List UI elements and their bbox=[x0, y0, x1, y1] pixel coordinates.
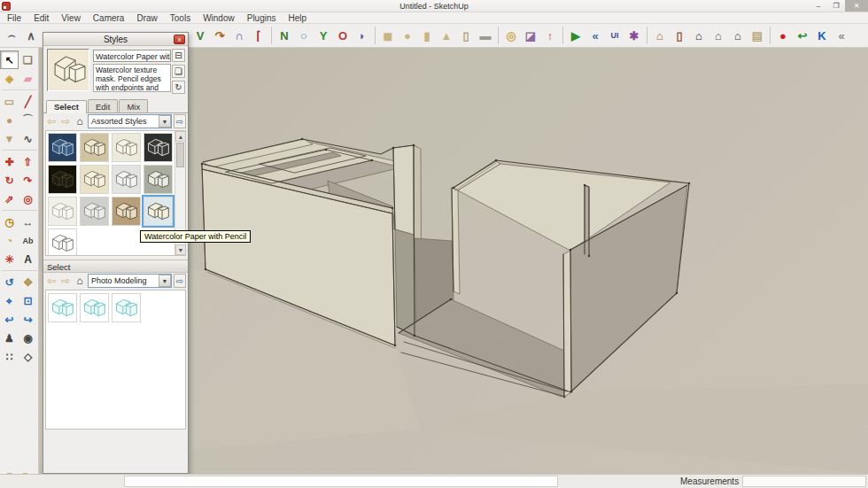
solid-sphere-icon[interactable]: ● bbox=[398, 26, 417, 45]
secondary-collections-dropdown[interactable]: Photo Modeling ▼ bbox=[88, 274, 172, 288]
style-dark-night-thumbnail[interactable] bbox=[48, 165, 77, 194]
photo-modeling-1-thumbnail[interactable] bbox=[48, 293, 77, 322]
style-brown-paper-thumbnail[interactable] bbox=[112, 197, 141, 226]
menu-draw[interactable]: Draw bbox=[136, 13, 157, 23]
photo-modeling-3-thumbnail[interactable] bbox=[112, 293, 141, 322]
zoom-tool[interactable]: ⌖ bbox=[0, 291, 19, 310]
ui-dialog-icon[interactable]: UI bbox=[605, 26, 624, 45]
tape-measure-tool[interactable]: ◷ bbox=[0, 213, 19, 231]
wrench-icon[interactable]: Y bbox=[314, 26, 333, 45]
style-soft-gray-thumbnail[interactable] bbox=[80, 197, 109, 226]
3d-text-tool[interactable]: A bbox=[19, 250, 37, 268]
walk-tool[interactable]: ∷ bbox=[0, 347, 19, 366]
look-around-tool[interactable]: ◉ bbox=[19, 329, 37, 347]
styles-panel-titlebar[interactable]: Styles x bbox=[43, 33, 188, 46]
solid-slab-icon[interactable]: ▬ bbox=[476, 26, 495, 45]
style-description-input[interactable]: Watercolor texture mask. Pencil edges wi… bbox=[93, 64, 171, 92]
style-chalk-on-black-thumbnail[interactable] bbox=[143, 133, 173, 162]
secondary-back-arrow-icon[interactable]: ⇦ bbox=[45, 275, 58, 287]
make-component-tool[interactable]: ❏ bbox=[19, 50, 37, 69]
update-style-button[interactable]: ↻ bbox=[172, 81, 185, 94]
position-camera-tool[interactable]: ♟ bbox=[0, 329, 19, 347]
scale-tool[interactable]: ⇗ bbox=[0, 190, 19, 208]
collections-dropdown[interactable]: Assorted Styles ▼ bbox=[88, 114, 172, 128]
scroll-down-icon[interactable]: ▼ bbox=[175, 244, 186, 255]
dimension-tool[interactable]: ↔ bbox=[19, 213, 37, 231]
polygon-tool[interactable]: ▼ bbox=[0, 129, 19, 148]
follow-me-tool[interactable]: ↷ bbox=[19, 171, 37, 190]
solid-torus-icon[interactable]: ◎ bbox=[501, 26, 521, 45]
protractor-tool[interactable]: ◔ bbox=[0, 231, 19, 250]
component-house-box-icon[interactable]: ⌂ bbox=[709, 26, 728, 45]
bezier-peak-icon[interactable]: ∧ bbox=[21, 26, 41, 45]
style-pale-cream-thumbnail[interactable] bbox=[112, 133, 141, 162]
freehand-tool[interactable]: ∿ bbox=[19, 129, 37, 148]
line-tool[interactable]: ╱ bbox=[19, 92, 37, 111]
measurements-input[interactable] bbox=[742, 476, 866, 487]
chevrons-icon[interactable]: « bbox=[832, 26, 851, 45]
zoom-window-tool[interactable]: ⊡ bbox=[19, 291, 37, 310]
component-house-solid-icon[interactable]: ⌂ bbox=[689, 26, 709, 45]
tab-select[interactable]: Select bbox=[46, 100, 87, 113]
scrollbar-thumb[interactable] bbox=[176, 143, 184, 167]
style-gray-green-thumbnail[interactable] bbox=[143, 165, 173, 194]
secondary-home-icon[interactable]: ⌂ bbox=[74, 275, 86, 287]
details-arrow-button[interactable]: ⇨ bbox=[174, 114, 186, 128]
component-slab-icon[interactable]: ▤ bbox=[748, 26, 767, 45]
turn-arrow-icon[interactable]: ↩ bbox=[793, 26, 812, 45]
style-name-input[interactable]: Watercolor Paper with Pencil bbox=[93, 50, 171, 62]
bezier-corner-icon[interactable]: ⌈ bbox=[249, 26, 268, 45]
previous-tool[interactable]: ↩ bbox=[0, 310, 19, 329]
secondary-dropdown-arrow-icon[interactable]: ▼ bbox=[159, 275, 171, 287]
back-arrow-icon[interactable]: ⇦ bbox=[45, 115, 58, 128]
section-plane-tool[interactable]: ◇ bbox=[19, 347, 37, 366]
move-tool[interactable]: ✚ bbox=[0, 152, 19, 171]
create-new-style-button[interactable]: ❏ bbox=[172, 65, 185, 78]
keyframe-icon[interactable]: K bbox=[812, 26, 832, 45]
style-watercolor-tan-thumbnail[interactable] bbox=[80, 133, 109, 162]
solid-cylinder-icon[interactable]: ▮ bbox=[417, 26, 437, 45]
text-tool[interactable]: Ab bbox=[19, 231, 37, 250]
home-icon[interactable]: ⌂ bbox=[74, 115, 86, 128]
solid-cone-icon[interactable]: ▲ bbox=[437, 26, 456, 45]
menu-tools[interactable]: Tools bbox=[170, 13, 190, 23]
style-watercolor-paper-pencil-thumbnail[interactable] bbox=[143, 197, 173, 226]
paint-bucket-tool[interactable]: ◈ bbox=[0, 69, 19, 88]
title-bar[interactable]: Untitled - SketchUp – ❐ ✕ bbox=[0, 0, 868, 12]
plugin-palette-icon[interactable]: ✱ bbox=[624, 26, 644, 45]
bezier-vee-icon[interactable]: V bbox=[190, 26, 210, 45]
pan-tool[interactable]: ✥ bbox=[19, 273, 37, 291]
eraser-tool[interactable]: ▰ bbox=[19, 69, 37, 88]
bezier-arch-icon[interactable]: ∩ bbox=[229, 26, 249, 45]
tab-mix[interactable]: Mix bbox=[119, 99, 148, 112]
style-pencil-gray-thumbnail[interactable] bbox=[112, 165, 141, 194]
half-ellipse-icon[interactable]: ◗ bbox=[353, 26, 372, 45]
menu-plugins[interactable]: Plugins bbox=[247, 13, 276, 23]
push-pull-tool[interactable]: ⇧ bbox=[19, 152, 37, 171]
bezier-curve-icon[interactable]: ↷ bbox=[210, 26, 229, 45]
forward-arrow-icon[interactable]: ⇨ bbox=[59, 115, 72, 128]
solid-box-icon[interactable]: ◼ bbox=[378, 26, 398, 45]
secondary-details-arrow-button[interactable]: ⇨ bbox=[174, 274, 186, 288]
rectangle-tool[interactable]: ▭ bbox=[0, 92, 19, 111]
component-door-icon[interactable]: ▯ bbox=[670, 26, 689, 45]
menu-file[interactable]: File bbox=[7, 13, 21, 23]
photo-modeling-2-thumbnail[interactable] bbox=[80, 293, 109, 322]
solid-wedge-icon[interactable]: ◪ bbox=[521, 26, 540, 45]
solid-tube-icon[interactable]: ▯ bbox=[456, 26, 476, 45]
axes-tool[interactable]: ✳ bbox=[0, 250, 19, 268]
ellipse-icon[interactable]: O bbox=[333, 26, 353, 45]
circle-tool[interactable]: ● bbox=[0, 111, 19, 129]
style-blueprint-thumbnail[interactable] bbox=[48, 133, 77, 162]
secondary-forward-arrow-icon[interactable]: ⇨ bbox=[59, 275, 72, 287]
scroll-up-icon[interactable]: ▲ bbox=[175, 131, 186, 142]
arc-tool[interactable]: ⌒ bbox=[19, 111, 37, 129]
play-icon[interactable]: ▶ bbox=[566, 26, 585, 45]
style-white-sketch-thumbnail[interactable] bbox=[48, 229, 77, 256]
polyline-icon[interactable]: N bbox=[275, 26, 294, 45]
rewind-icon[interactable]: « bbox=[585, 26, 605, 45]
bezier-arc-icon[interactable]: ⌢ bbox=[2, 26, 21, 45]
select-tool[interactable]: ↖ bbox=[0, 50, 19, 69]
polygon-outline-icon[interactable]: ○ bbox=[294, 26, 314, 45]
tab-edit[interactable]: Edit bbox=[88, 99, 118, 112]
